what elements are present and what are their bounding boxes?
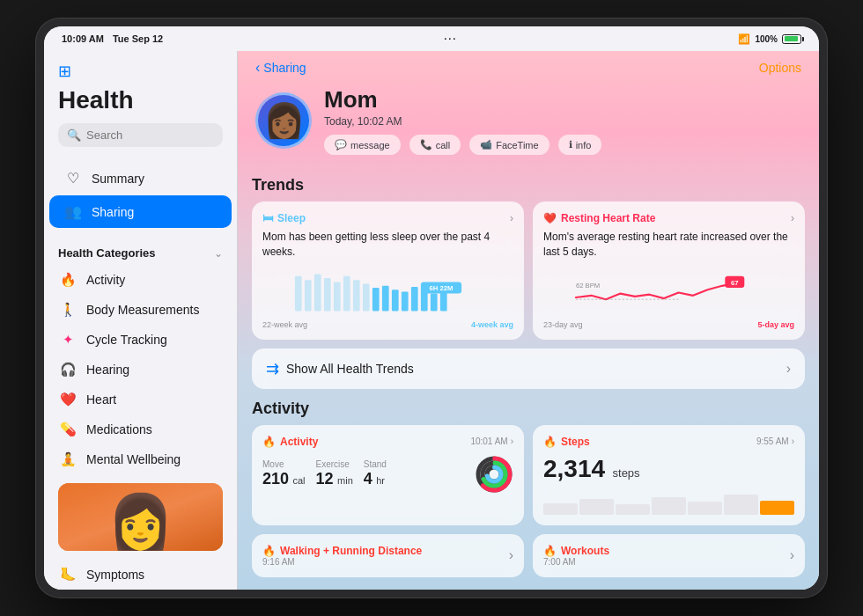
steps-value-container: 2,314 steps <box>543 455 794 483</box>
walking-running-title: 🔥 Walking + Running Distance <box>262 545 422 557</box>
steps-value: 2,314 <box>543 455 605 482</box>
activity-ring <box>475 455 513 494</box>
back-button[interactable]: ‹ Sharing <box>255 60 306 76</box>
summary-icon: ♡ <box>63 170 83 187</box>
sidebar-item-body-measurements[interactable]: 🚶 Body Measurements <box>44 295 237 325</box>
sidebar-item-activity[interactable]: 🔥 Activity <box>44 265 237 295</box>
avatar-emoji: 👩🏾 <box>263 101 305 140</box>
workouts-icon: 🔥 <box>543 545 557 557</box>
mental-wellbeing-label: Mental Wellbeing <box>86 452 181 466</box>
workouts-chevron-icon: › <box>790 547 794 563</box>
svg-rect-0 <box>295 275 302 311</box>
workouts-title: 🔥 Workouts <box>543 545 609 557</box>
cycle-tracking-label: Cycle Tracking <box>86 333 167 347</box>
search-input[interactable] <box>86 128 234 142</box>
sidebar-item-mental-wellbeing[interactable]: 🧘 Mental Wellbeing <box>44 444 237 474</box>
sleep-title: 🛏 Sleep <box>262 212 306 224</box>
options-button[interactable]: Options <box>759 61 801 75</box>
sidebar-item-cycle-tracking[interactable]: ✦ Cycle Tracking <box>44 325 237 355</box>
search-bar[interactable]: 🔍 🎙 <box>58 123 223 147</box>
profile-info: Mom Today, 10:02 AM 💬 message 📞 call <box>324 86 801 155</box>
sidebar-photo: 👩 <box>58 483 223 551</box>
health-categories-header: Health Categories ⌄ <box>44 236 237 265</box>
activity-section-title: Activity <box>252 400 805 418</box>
svg-rect-11 <box>402 291 409 311</box>
info-button[interactable]: ℹ info <box>558 135 602 155</box>
sidebar-layout-icon[interactable]: ⊞ <box>58 62 71 81</box>
heart-icon: ❤️ <box>58 392 77 407</box>
walking-running-info: 🔥 Walking + Running Distance 9:16 AM <box>262 545 422 567</box>
svg-rect-12 <box>411 286 418 311</box>
battery-label: 100% <box>755 34 778 44</box>
sidebar-item-summary[interactable]: ♡ Summary <box>49 162 232 194</box>
ipad-frame: 10:09 AM Tue Sep 12 ··· 📶 100% ⊞ Hea <box>35 18 828 598</box>
move-metric: Move 210 cal <box>262 459 306 488</box>
bar-4 <box>652 497 686 514</box>
sidebar-item-hearing[interactable]: 🎧 Hearing <box>44 355 237 385</box>
call-label: call <box>436 140 451 150</box>
sleep-right-label: 4-week avg <box>471 320 513 329</box>
activity-card[interactable]: 🔥 Activity 10:01 AM › <box>252 425 524 525</box>
svg-rect-5 <box>343 275 350 311</box>
sidebar-item-medications[interactable]: 💊 Medications <box>44 414 237 444</box>
walking-running-card[interactable]: 🔥 Walking + Running Distance 9:16 AM › <box>252 534 524 577</box>
sidebar-person-photo: 👩 <box>58 483 223 551</box>
walking-time: 9:16 AM <box>262 557 422 567</box>
sidebar-item-heart[interactable]: ❤️ Heart <box>44 385 237 414</box>
workouts-info: 🔥 Workouts 7:00 AM <box>543 545 609 567</box>
sidebar-item-symptoms[interactable]: 🦶 Symptoms <box>44 560 237 590</box>
cycle-tracking-icon: ✦ <box>58 332 77 348</box>
wifi-icon: 📶 <box>738 33 750 45</box>
main-panel: ‹ Sharing Options 👩🏾 Mom Today, 10:02 AM <box>238 51 819 590</box>
battery-fill <box>785 36 798 41</box>
trend-card-sleep[interactable]: 🛏 Sleep › Mom has been getting less slee… <box>252 202 524 340</box>
hearing-icon: 🎧 <box>58 362 77 378</box>
trend-card-heart-rate[interactable]: ❤️ Resting Heart Rate › Mom's average re… <box>533 202 805 340</box>
heart-left-label: 23-day avg <box>543 320 583 329</box>
facetime-button[interactable]: 📹 FaceTime <box>469 135 550 155</box>
exercise-metric: Exercise 12 min <box>316 459 353 488</box>
exercise-label: Exercise <box>316 459 353 469</box>
steps-time: 9:55 AM › <box>756 436 794 446</box>
svg-rect-3 <box>324 278 331 311</box>
move-label: Move <box>262 459 306 469</box>
avatar: 👩🏾 <box>255 92 312 149</box>
workouts-card[interactable]: 🔥 Workouts 7:00 AM › <box>533 534 805 577</box>
show-all-content: ⇉ Show All Health Trends <box>266 359 414 378</box>
heart-right-label: 5-day avg <box>757 320 794 329</box>
svg-rect-8 <box>372 288 380 311</box>
app-body: ⊞ Health 🔍 🎙 ♡ Summary 👥 <box>44 51 819 590</box>
status-time: 10:09 AM <box>62 33 104 44</box>
steps-card[interactable]: 🔥 Steps 9:55 AM › 2,314 steps <box>533 425 805 525</box>
status-date: Tue Sep 12 <box>113 33 163 44</box>
profile-time: Today, 10:02 AM <box>324 115 801 128</box>
battery-icon <box>782 34 801 44</box>
svg-rect-6 <box>353 280 360 311</box>
stand-label: Stand <box>364 459 387 469</box>
facetime-label: FaceTime <box>496 140 539 150</box>
activity-card-header: 🔥 Activity 10:01 AM › <box>262 436 513 448</box>
show-all-trends-card[interactable]: ⇉ Show All Health Trends › <box>252 348 805 389</box>
steps-chevron-icon: › <box>792 436 794 446</box>
message-button[interactable]: 💬 message <box>324 135 401 155</box>
message-icon: 💬 <box>335 139 347 150</box>
call-button[interactable]: 📞 call <box>409 135 461 155</box>
bar-6 <box>724 495 758 514</box>
sleep-chart-labels: 22-week avg 4-week avg <box>262 320 513 329</box>
heart-chart: 62 BPM 67 <box>543 268 794 317</box>
bar-1 <box>543 503 578 515</box>
medications-label: Medications <box>86 422 152 436</box>
activity-metrics-row: Move 210 cal Exercise <box>262 455 513 494</box>
heart-label: Heart <box>86 392 116 407</box>
app-title: Health <box>58 86 223 114</box>
chevron-down-icon[interactable]: ⌄ <box>214 247 223 260</box>
hearing-label: Hearing <box>86 363 129 377</box>
sleep-description: Mom has been getting less sleep over the… <box>262 230 513 260</box>
profile-name: Mom <box>324 86 801 114</box>
message-label: message <box>350 140 390 150</box>
sidebar-item-sharing[interactable]: 👥 Sharing <box>49 195 232 228</box>
show-all-icon: ⇉ <box>266 359 279 378</box>
activity-grid: 🔥 Activity 10:01 AM › <box>252 425 805 525</box>
activity-fire-icon: 🔥 <box>262 436 276 448</box>
ipad-screen: 10:09 AM Tue Sep 12 ··· 📶 100% ⊞ Hea <box>44 26 819 590</box>
